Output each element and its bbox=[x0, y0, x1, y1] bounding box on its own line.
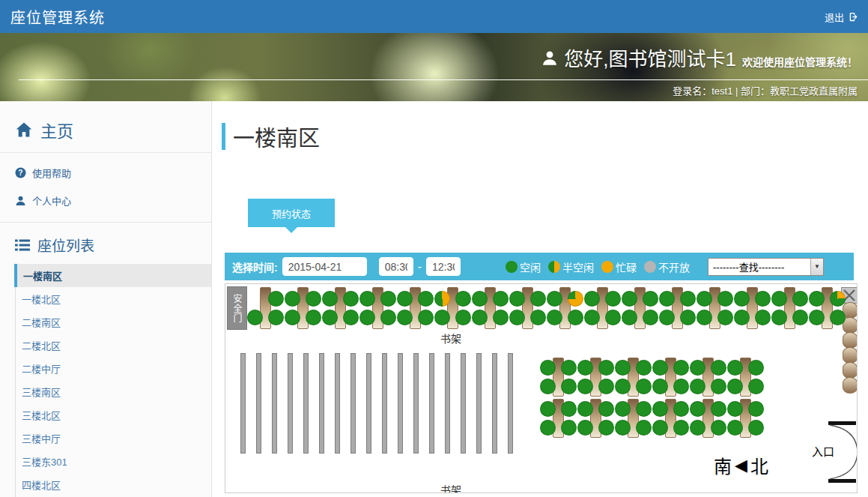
seat-free[interactable] bbox=[455, 310, 471, 325]
search-select[interactable]: --------查找-------- ▼ bbox=[708, 258, 824, 276]
seat-free[interactable] bbox=[748, 379, 764, 394]
seat-free[interactable] bbox=[380, 310, 396, 325]
sidebar-area-item[interactable]: 二楼南区 bbox=[16, 310, 211, 334]
seat-free[interactable] bbox=[636, 360, 652, 376]
seat-free[interactable] bbox=[615, 401, 631, 417]
seat-free[interactable] bbox=[711, 401, 726, 417]
seat-free[interactable] bbox=[727, 360, 743, 376]
seat-free[interactable] bbox=[659, 291, 675, 307]
logout-button[interactable]: 退出 bbox=[825, 10, 858, 24]
seat-free[interactable] bbox=[711, 379, 726, 394]
seat-free[interactable] bbox=[690, 379, 705, 394]
sidebar-area-item[interactable]: 四楼北区 bbox=[16, 473, 211, 496]
seat-free[interactable] bbox=[268, 291, 284, 307]
seat-free[interactable] bbox=[636, 420, 652, 436]
seat-free[interactable] bbox=[643, 310, 658, 325]
sidebar-area-item[interactable]: 一楼南区 bbox=[14, 264, 211, 287]
seat-free[interactable] bbox=[247, 310, 263, 325]
seat-free[interactable] bbox=[561, 360, 577, 376]
sidebar-area-item[interactable]: 三楼北区 bbox=[16, 403, 211, 427]
seat-free[interactable] bbox=[734, 310, 750, 325]
sidebar-item-profile[interactable]: 个人中心 bbox=[0, 187, 211, 214]
seat-free[interactable] bbox=[530, 310, 546, 325]
seat-free[interactable] bbox=[343, 310, 359, 325]
seat-free[interactable] bbox=[285, 291, 300, 307]
seat-free[interactable] bbox=[615, 379, 631, 394]
seat-free[interactable] bbox=[540, 401, 556, 417]
seat-free[interactable] bbox=[584, 291, 600, 307]
seat-free[interactable] bbox=[673, 379, 689, 394]
date-input[interactable] bbox=[282, 257, 367, 276]
seat-free[interactable] bbox=[577, 379, 593, 394]
seat-free[interactable] bbox=[717, 291, 733, 307]
seat-mostly_busy[interactable] bbox=[568, 291, 583, 307]
seat-free[interactable] bbox=[397, 310, 413, 325]
seat-free[interactable] bbox=[577, 420, 593, 436]
seat-free[interactable] bbox=[472, 310, 488, 325]
seat-free[interactable] bbox=[711, 420, 726, 436]
sidebar-area-item[interactable]: 三楼东301 bbox=[16, 450, 211, 473]
seat-free[interactable] bbox=[561, 401, 577, 417]
seat-free[interactable] bbox=[659, 310, 675, 325]
seat-free[interactable] bbox=[322, 291, 338, 307]
seat-free[interactable] bbox=[622, 291, 637, 307]
sidebar-area-item[interactable]: 一楼北区 bbox=[16, 287, 211, 310]
seat-half[interactable] bbox=[434, 291, 450, 307]
seat-free[interactable] bbox=[771, 291, 787, 307]
seat-free[interactable] bbox=[748, 401, 764, 417]
seat-free[interactable] bbox=[598, 360, 614, 376]
seat-free[interactable] bbox=[622, 310, 637, 325]
seat-free[interactable] bbox=[359, 291, 375, 307]
sidebar-item-help[interactable]: ? 使用帮助 bbox=[0, 159, 211, 187]
seat-free[interactable] bbox=[652, 401, 668, 417]
seat-free[interactable] bbox=[455, 291, 471, 307]
seat-free[interactable] bbox=[690, 360, 705, 376]
seat-free[interactable] bbox=[711, 360, 726, 376]
seat-free[interactable] bbox=[809, 310, 825, 325]
seat-free[interactable] bbox=[792, 291, 808, 307]
seat-free[interactable] bbox=[696, 291, 712, 307]
seat-free[interactable] bbox=[643, 291, 658, 307]
seat-free[interactable] bbox=[577, 360, 593, 376]
seat-free[interactable] bbox=[397, 291, 413, 307]
seat-free[interactable] bbox=[434, 310, 450, 325]
seat-free[interactable] bbox=[598, 401, 614, 417]
seat-free[interactable] bbox=[306, 310, 321, 325]
seat-free[interactable] bbox=[605, 310, 621, 325]
seat-free[interactable] bbox=[598, 420, 614, 436]
seat-free[interactable] bbox=[792, 310, 808, 325]
seat-free[interactable] bbox=[418, 310, 434, 325]
time-to-input[interactable] bbox=[426, 257, 461, 276]
seat-free[interactable] bbox=[652, 379, 668, 394]
seat-free[interactable] bbox=[268, 310, 284, 325]
seat-free[interactable] bbox=[359, 310, 375, 325]
seat-free[interactable] bbox=[472, 291, 488, 307]
seat-free[interactable] bbox=[636, 401, 652, 417]
seat-free[interactable] bbox=[493, 310, 509, 325]
seat-free[interactable] bbox=[493, 291, 509, 307]
seat-free[interactable] bbox=[598, 379, 614, 394]
seat-free[interactable] bbox=[727, 401, 743, 417]
seat-free[interactable] bbox=[509, 291, 525, 307]
tab-reservation-status[interactable]: 预约状态 bbox=[248, 199, 335, 227]
seat-free[interactable] bbox=[690, 420, 705, 436]
chevron-down-icon[interactable]: ▼ bbox=[810, 259, 823, 275]
seat-free[interactable] bbox=[322, 310, 338, 325]
seat-free[interactable] bbox=[584, 310, 600, 325]
time-from-input[interactable] bbox=[379, 257, 413, 276]
seat-free[interactable] bbox=[680, 310, 696, 325]
seat-free[interactable] bbox=[547, 291, 562, 307]
sidebar-area-item[interactable]: 三楼南区 bbox=[16, 380, 211, 403]
seat-free[interactable] bbox=[418, 291, 434, 307]
seat-free[interactable] bbox=[509, 310, 525, 325]
sidebar-area-item[interactable]: 二楼中厅 bbox=[16, 357, 211, 380]
seat-free[interactable] bbox=[809, 291, 825, 307]
seat-free[interactable] bbox=[652, 420, 668, 436]
seat-free[interactable] bbox=[561, 379, 577, 394]
seat-free[interactable] bbox=[696, 310, 712, 325]
seat-free[interactable] bbox=[568, 310, 583, 325]
seat-free[interactable] bbox=[547, 310, 562, 325]
sidebar-area-item[interactable]: 二楼北区 bbox=[16, 334, 211, 357]
seat-free[interactable] bbox=[652, 360, 668, 376]
seat-free[interactable] bbox=[615, 420, 631, 436]
